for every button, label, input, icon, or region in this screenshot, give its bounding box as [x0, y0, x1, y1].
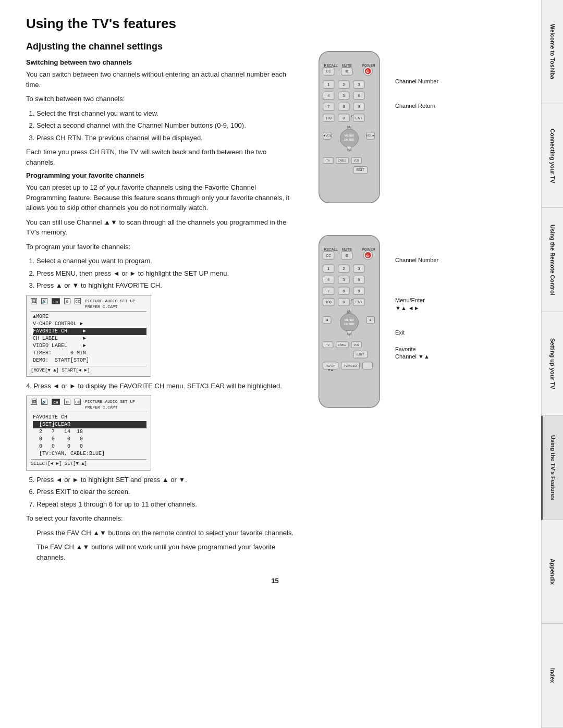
subsection1-para3: Each time you press CH RTN, the TV will … — [26, 147, 297, 167]
svg-text:MUTE: MUTE — [341, 64, 352, 67]
subsection2-para3: To program your favorite channels: — [26, 242, 297, 252]
svg-text:8: 8 — [342, 104, 345, 109]
svg-text:⊗: ⊗ — [345, 253, 349, 258]
svg-text:CC: CC — [326, 69, 331, 73]
page-number: 15 — [26, 577, 524, 585]
remote-1-area: RECALL MUTE POWER CC ⊗ ⏻ — [308, 46, 438, 209]
audio-icon: 🔊 — [41, 298, 47, 304]
svg-text:EXIT: EXIT — [357, 168, 364, 171]
remote-2-svg: RECALL MUTE POWER CC ⊗ ⏻ 1 — [308, 230, 391, 413]
tab-features[interactable]: Using the TV's Features — [541, 416, 563, 520]
channel-number-label-2: Channel Number — [395, 256, 438, 264]
tab-connecting[interactable]: Connecting your TV — [541, 104, 563, 208]
tab-appendix[interactable]: Appendix — [541, 520, 563, 624]
svg-text:2: 2 — [342, 266, 345, 271]
subsection2-steps2: Press ◄ or ► to highlight SET and press … — [36, 475, 297, 510]
svg-text:ENT: ENT — [356, 300, 363, 304]
svg-text:3: 3 — [358, 266, 360, 271]
list-item: Press CH RTN. The previous channel will … — [36, 133, 297, 143]
list-item: Select a channel you want to program. — [36, 256, 297, 266]
svg-text:FAV CH: FAV CH — [326, 364, 336, 367]
svg-text:▼▲: ▼▲ — [327, 368, 334, 372]
list-item: Repeat steps 1 through 6 for up to 11 ot… — [36, 499, 297, 510]
list-item: Select the first channel you want to vie… — [36, 108, 297, 119]
remote-2-labels: Channel Number Menu/Enter▼▲ ◄► Exit Favo… — [395, 230, 438, 365]
svg-text:ENT: ENT — [356, 116, 363, 119]
ccapt-icon: CC — [75, 298, 81, 304]
subsection2-title: Programming your favorite channels — [26, 171, 297, 179]
svg-text:4: 4 — [327, 93, 330, 98]
text-column: Adjusting the channel settings Switching… — [26, 41, 297, 566]
svg-text:7: 7 — [327, 289, 329, 293]
svg-text:⏻: ⏻ — [366, 254, 370, 257]
tab-remote[interactable]: Using the Remote Control — [541, 208, 563, 312]
subsection1-para1: You can switch between two channels with… — [26, 69, 297, 90]
svg-text:6: 6 — [358, 277, 360, 282]
tab-welcome[interactable]: Welcome to Toshiba — [541, 0, 563, 104]
subsection2-para2: You can still use Channel ▲▼ to scan thr… — [26, 217, 297, 238]
picture-icon: 🖼 — [31, 298, 37, 304]
favorite-channel-label: FavoriteChannel ▼▲ — [395, 346, 438, 361]
side-navigation: Welcome to Toshiba Connecting your TV Us… — [541, 0, 563, 728]
svg-text:6: 6 — [358, 93, 360, 98]
menu-bar-1: 🖼 🔊 CH ⚙ CC PICTURE AUDIO SET UP PREFER … — [31, 298, 146, 312]
remote-column: RECALL MUTE POWER CC ⊗ ⏻ — [308, 41, 438, 566]
svg-text:◄: ◄ — [325, 318, 328, 322]
tab-setting-up[interactable]: Setting up your TV — [541, 312, 563, 416]
page-title: Using the TV's features — [26, 16, 524, 32]
list-item: Press MENU, then press ◄ or ► to highlig… — [36, 268, 297, 279]
subsection2-para1: You can preset up to 12 of your favorite… — [26, 182, 297, 213]
channel-number-label: Channel Number — [395, 78, 438, 85]
exit-label: Exit — [395, 329, 438, 336]
remote-2-area: RECALL MUTE POWER CC ⊗ ⏻ 1 — [308, 230, 438, 414]
svg-text:CABLE: CABLE — [338, 344, 347, 347]
svg-text:CH: CH — [347, 310, 351, 313]
subsection2-steps1: Select a channel you want to program. Pr… — [36, 256, 297, 291]
svg-text:ENTER: ENTER — [344, 138, 354, 141]
svg-text:100: 100 — [325, 300, 332, 304]
remote-1: RECALL MUTE POWER CC ⊗ ⏻ — [308, 46, 391, 209]
svg-text:9: 9 — [358, 104, 360, 109]
svg-text:TV: TV — [326, 159, 330, 162]
tab-index[interactable]: Index — [541, 624, 563, 728]
svg-text:VOL►: VOL► — [366, 134, 375, 137]
svg-text:⬜: ⬜ — [366, 364, 370, 368]
menu-bar-2: 🖼 🔊 CH ⚙ CC PICTURE AUDIO SET UP PREFER … — [31, 399, 146, 412]
svg-text:⊗: ⊗ — [345, 69, 349, 73]
main-content: Using the TV's features Adjusting the ch… — [0, 0, 540, 600]
section-title: Adjusting the channel settings — [26, 41, 297, 52]
svg-text:3: 3 — [358, 82, 360, 87]
list-item: Press EXIT to clear the screen. — [36, 487, 297, 497]
subsection1-steps: Select the first channel you want to vie… — [36, 108, 297, 143]
list-item: Press ▲ or ▼ to highlight FAVORITE CH. — [36, 280, 297, 291]
menu-screenshot-1: 🖼 🔊 CH ⚙ CC PICTURE AUDIO SET UP PREFER … — [26, 295, 151, 377]
svg-text:►: ► — [369, 318, 372, 322]
svg-text:9: 9 — [358, 289, 360, 293]
setup-icon: CH — [52, 298, 60, 304]
svg-text:CABLE: CABLE — [338, 159, 347, 162]
svg-text:8: 8 — [342, 289, 345, 293]
remote-1-svg: RECALL MUTE POWER CC ⊗ ⏻ — [308, 46, 391, 208]
svg-text:100: 100 — [326, 116, 332, 119]
svg-text:MUTE: MUTE — [341, 248, 352, 251]
svg-text:CH: CH — [347, 149, 351, 152]
svg-text:5: 5 — [342, 93, 345, 98]
svg-text:1: 1 — [327, 82, 329, 87]
prefer-icon: ⚙ — [64, 298, 70, 304]
svg-text:CH: CH — [347, 332, 351, 336]
subsection1-title: Switching between two channels — [26, 58, 297, 66]
menu2-content: FAVORITE CH [SET]CLEAR 2 7 14 18 0 0 0 0… — [31, 414, 146, 458]
svg-text:CC: CC — [326, 254, 331, 257]
menu-screenshot-2: 🖼 🔊 CH ⚙ CC PICTURE AUDIO SET UP PREFER … — [26, 396, 151, 471]
svg-text:⏻: ⏻ — [366, 69, 370, 73]
svg-text:RECALL: RECALL — [324, 248, 338, 251]
subsection2-para4: To select your favorite channels: — [26, 513, 297, 524]
subsection1-para2: To switch between two channels: — [26, 94, 297, 104]
svg-text:TV/VIDEO: TV/VIDEO — [344, 364, 357, 367]
list-item: Select a second channel with the Channel… — [36, 120, 297, 131]
svg-text:MENU/: MENU/ — [345, 318, 354, 322]
remote-1-labels: Channel Number Channel Return — [395, 46, 438, 114]
svg-text:7: 7 — [327, 104, 329, 109]
svg-text:VCR: VCR — [353, 159, 359, 162]
svg-text:◄VOL: ◄VOL — [323, 134, 332, 137]
